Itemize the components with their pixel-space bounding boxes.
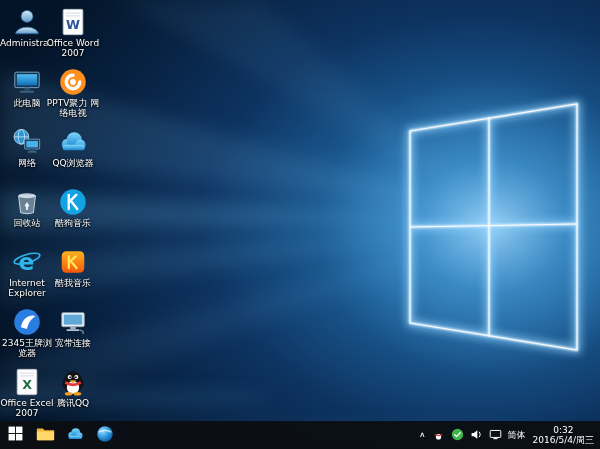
2345-browser-icon — [12, 306, 43, 337]
taskbar: ∧ — [0, 421, 600, 449]
desktop-icon-pptv[interactable]: PPTV聚力 网络电视 — [50, 66, 96, 126]
desktop-icon-label: 酷狗音乐 — [46, 218, 100, 228]
kugou-icon — [58, 186, 89, 217]
desktop-icon-label: PPTV聚力 网络电视 — [46, 98, 100, 118]
desktop-icon-kuwo[interactable]: 酷我音乐 — [50, 246, 96, 306]
desktop-icon-network[interactable]: 网络 — [4, 126, 50, 186]
desktop-icon-label: QQ浏览器 — [46, 158, 100, 168]
qq-browser-cloud-icon — [58, 126, 89, 157]
start-button[interactable] — [0, 421, 30, 449]
tray-security-button[interactable] — [448, 421, 467, 449]
clock-time: 0:32 — [553, 425, 573, 435]
desktop-icon-kugou[interactable]: 酷狗音乐 — [50, 186, 96, 246]
windows-desktop: Administra... 此电脑 — [0, 0, 600, 449]
caret-up-icon: ∧ — [419, 431, 426, 438]
desktop-icon-label: 宽带连接 — [46, 338, 100, 348]
qq-browser-cloud-icon — [66, 425, 84, 446]
input-language-indicator[interactable]: 简体 — [505, 421, 529, 449]
globe-icon — [96, 425, 114, 446]
desktop-icon-label: Office Word 2007 — [46, 38, 100, 58]
svg-text:X: X — [22, 377, 32, 392]
broadband-connection-icon — [58, 306, 89, 337]
kuwo-icon — [58, 246, 89, 277]
desktop-icon-broadband[interactable]: 宽带连接 — [50, 306, 96, 366]
desktop-icon-administrator[interactable]: Administra... — [4, 6, 50, 66]
recycle-bin-icon — [12, 186, 43, 217]
internet-explorer-icon: e — [12, 246, 43, 277]
taskbar-file-explorer-button[interactable] — [30, 421, 60, 449]
desktop-icon-grid: Administra... 此电脑 — [4, 6, 96, 426]
tray-network-button[interactable] — [486, 421, 505, 449]
show-hidden-icons-button[interactable]: ∧ — [416, 424, 429, 446]
network-globe-icon — [12, 126, 43, 157]
desktop-icon-tencent-qq[interactable]: 腾讯QQ — [50, 366, 96, 426]
word-icon: W — [58, 6, 89, 37]
system-tray: ∧ — [416, 421, 600, 449]
svg-text:W: W — [66, 17, 80, 32]
qq-penguin-icon — [58, 366, 89, 397]
taskbar-qq-browser-button[interactable] — [60, 421, 90, 449]
desktop-icon-2345-browser[interactable]: 2345王牌浏览器 — [4, 306, 50, 366]
excel-icon: X — [12, 366, 43, 397]
network-display-icon — [489, 426, 502, 445]
language-label: 简体 — [508, 429, 526, 442]
qq-penguin-icon — [432, 426, 445, 445]
clock-date: 2016/5/4/周三 — [533, 435, 594, 445]
desktop-icon-label: 腾讯QQ — [46, 398, 100, 408]
desktop-icon-qq-browser[interactable]: QQ浏览器 — [50, 126, 96, 186]
desktop-icon-recycle-bin[interactable]: 回收站 — [4, 186, 50, 246]
tray-qq-button[interactable] — [429, 421, 448, 449]
taskbar-browser-button[interactable] — [90, 421, 120, 449]
computer-icon — [12, 66, 43, 97]
volume-icon — [470, 426, 483, 445]
taskbar-clock[interactable]: 0:32 2016/5/4/周三 — [529, 425, 600, 445]
tray-volume-button[interactable] — [467, 421, 486, 449]
windows-logo-icon — [8, 426, 23, 444]
desktop-icon-label: 酷我音乐 — [46, 278, 100, 288]
pptv-icon — [58, 66, 89, 97]
desktop-icon-internet-explorer[interactable]: e Internet Explorer — [4, 246, 50, 306]
user-folder-icon — [12, 6, 43, 37]
desktop-icon-this-pc[interactable]: 此电脑 — [4, 66, 50, 126]
desktop-icon-office-word[interactable]: W Office Word 2007 — [50, 6, 96, 66]
folder-icon — [36, 426, 55, 444]
desktop-icon-office-excel[interactable]: X Office Excel 2007 — [4, 366, 50, 426]
security-check-icon — [451, 426, 464, 445]
